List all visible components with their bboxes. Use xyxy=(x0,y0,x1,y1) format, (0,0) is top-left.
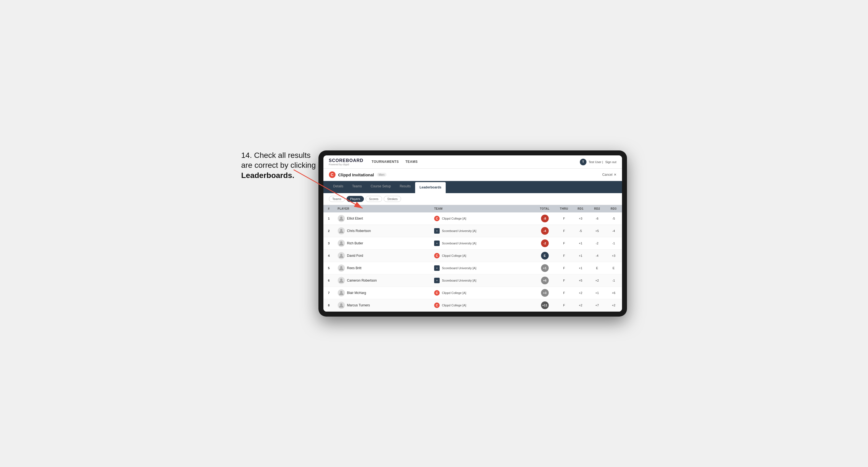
filter-scores[interactable]: Scores xyxy=(366,196,382,202)
rd2-cell: -4 xyxy=(589,250,606,262)
total-cell: -8 xyxy=(534,212,556,225)
col-total: TOTAL xyxy=(534,205,556,212)
player-avatar xyxy=(338,252,345,259)
col-thru: THRU xyxy=(556,205,572,212)
team-logo: C xyxy=(434,216,440,221)
team-name: Scoreboard University [A] xyxy=(442,279,476,282)
col-rd2: RD2 xyxy=(589,205,606,212)
tab-leaderboards[interactable]: Leaderboards xyxy=(415,182,446,193)
tab-bar: Details Teams Course Setup Results Leade… xyxy=(323,181,622,193)
top-nav: SCOREBOARD Powered by clippd TOURNAMENTS… xyxy=(323,155,622,168)
team-logo: C xyxy=(434,290,440,295)
svg-point-8 xyxy=(340,291,342,293)
score-badge: -4 xyxy=(541,227,549,235)
rd1-cell: +3 xyxy=(572,212,589,225)
rd1-cell: +2 xyxy=(572,287,589,299)
filter-players[interactable]: Players xyxy=(346,196,364,202)
thru-cell: F xyxy=(556,250,572,262)
rd3-cell: +3 xyxy=(606,250,622,262)
rd2-cell: -6 xyxy=(589,212,606,225)
rd2-cell: +1 xyxy=(589,287,606,299)
player-cell: Rees Britt xyxy=(334,262,431,274)
player-cell: Blair McHarg xyxy=(334,287,431,299)
player-name: Rich Butler xyxy=(347,241,363,245)
svg-point-7 xyxy=(340,279,342,281)
cancel-button[interactable]: Cancel ✕ xyxy=(602,173,616,177)
player-name: Rees Britt xyxy=(347,266,362,270)
rank-cell: 1 xyxy=(323,212,334,225)
filter-teams[interactable]: Teams xyxy=(329,196,345,202)
tournament-name: Clippd Invitational xyxy=(338,173,374,177)
user-name: Test User | xyxy=(589,160,603,164)
rd3-cell: +2 xyxy=(606,299,622,312)
user-avatar: T xyxy=(580,159,586,165)
team-logo: ≡ xyxy=(434,241,440,246)
table-row: 6Cameron Robertson≡Scoreboard University… xyxy=(323,274,622,287)
col-rd1: RD1 xyxy=(572,205,589,212)
filter-bar: Teams Players Scores Strokes xyxy=(323,193,622,205)
total-cell: +11 xyxy=(534,299,556,312)
team-cell: ≡Scoreboard University [A] xyxy=(431,225,534,237)
score-badge: +6 xyxy=(541,277,549,284)
player-cell: Cameron Robertson xyxy=(334,274,431,287)
player-avatar xyxy=(338,302,345,309)
table-header: # PLAYER TEAM TOTAL THRU RD1 RD2 RD3 xyxy=(323,205,622,212)
rd3-cell: E xyxy=(606,262,622,274)
rd3-cell: +6 xyxy=(606,287,622,299)
nav-tournaments[interactable]: TOURNAMENTS xyxy=(372,156,399,168)
team-name: Clippd College [A] xyxy=(442,291,466,294)
rd1-cell: +1 xyxy=(572,262,589,274)
rd2-cell: +7 xyxy=(589,299,606,312)
score-badge: +11 xyxy=(541,302,549,309)
tournament-info: C Clippd Invitational Men xyxy=(329,172,386,178)
tab-course-setup[interactable]: Course Setup xyxy=(366,181,395,193)
total-cell: +1 xyxy=(534,262,556,274)
table-row: 7Blair McHargCClippd College [A]+3F+2+1+… xyxy=(323,287,622,299)
rank-cell: 3 xyxy=(323,237,334,250)
rd2-cell: +2 xyxy=(589,274,606,287)
rd1-cell: +2 xyxy=(572,299,589,312)
sign-out-link[interactable]: Sign out xyxy=(605,160,616,164)
rd1-cell: +1 xyxy=(572,250,589,262)
player-avatar xyxy=(338,277,345,284)
close-icon: ✕ xyxy=(614,173,617,177)
page-wrapper: 14. Check all results are correct by cli… xyxy=(241,150,627,317)
tab-results[interactable]: Results xyxy=(395,181,415,193)
tab-details[interactable]: Details xyxy=(329,181,348,193)
team-cell: ≡Scoreboard University [A] xyxy=(431,237,534,250)
rd1-cell: -5 xyxy=(572,225,589,237)
svg-point-5 xyxy=(340,254,342,256)
team-cell: ≡Scoreboard University [A] xyxy=(431,274,534,287)
instruction-block: 14. Check all results are correct by cli… xyxy=(241,150,316,181)
rd1-cell: +1 xyxy=(572,237,589,250)
team-cell: CClippd College [A] xyxy=(431,287,534,299)
team-cell: CClippd College [A] xyxy=(431,299,534,312)
table-row: 2Chris Robertson≡Scoreboard University [… xyxy=(323,225,622,237)
svg-point-6 xyxy=(340,266,342,268)
instruction-line3: Leaderboards. xyxy=(241,171,294,180)
score-badge: +1 xyxy=(541,264,549,272)
table-row: 8Marcus TurnersCClippd College [A]+11F+2… xyxy=(323,299,622,312)
table-row: 5Rees Britt≡Scoreboard University [A]+1F… xyxy=(323,262,622,274)
player-avatar xyxy=(338,227,345,235)
rank-cell: 8 xyxy=(323,299,334,312)
col-team: TEAM xyxy=(431,205,534,212)
rd3-cell: -4 xyxy=(606,225,622,237)
table-row: 1Elliot EbertCClippd College [A]-8F+3-6-… xyxy=(323,212,622,225)
top-nav-links: TOURNAMENTS TEAMS xyxy=(372,156,580,168)
filter-strokes[interactable]: Strokes xyxy=(384,196,401,202)
player-avatar xyxy=(338,264,345,272)
team-logo: ≡ xyxy=(434,228,440,234)
rank-cell: 6 xyxy=(323,274,334,287)
team-cell: ≡Scoreboard University [A] xyxy=(431,262,534,274)
tab-teams[interactable]: Teams xyxy=(348,181,366,193)
team-name: Clippd College [A] xyxy=(442,254,466,257)
player-avatar xyxy=(338,289,345,297)
table-row: 4David FordCClippd College [A]EF+1-4+3 xyxy=(323,250,622,262)
rank-cell: 7 xyxy=(323,287,334,299)
total-cell: E xyxy=(534,250,556,262)
player-name: David Ford xyxy=(347,254,363,258)
thru-cell: F xyxy=(556,299,572,312)
nav-teams[interactable]: TEAMS xyxy=(405,156,418,168)
device-frame: SCOREBOARD Powered by clippd TOURNAMENTS… xyxy=(318,150,627,317)
